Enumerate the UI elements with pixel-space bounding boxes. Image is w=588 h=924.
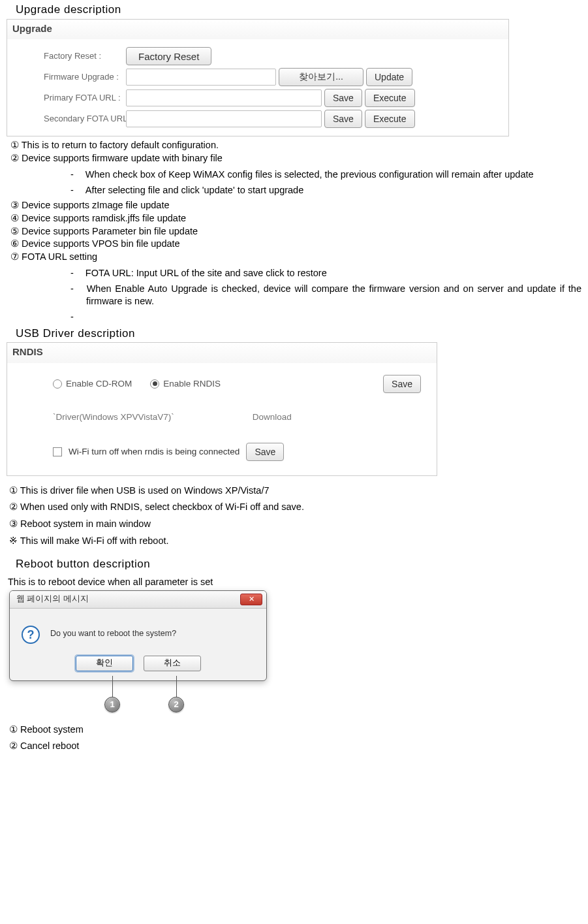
firmware-file-input[interactable] xyxy=(126,69,276,86)
upgrade-note-2: ② Device supports firmware update with b… xyxy=(10,152,581,165)
upgrade-note-7c xyxy=(70,310,581,325)
dialog-title: 웹 페이지의 메시지 xyxy=(16,594,89,605)
close-icon[interactable]: ✕ xyxy=(240,594,262,605)
reboot-notes: ① Reboot system ② Cancel reboot xyxy=(7,719,581,755)
browse-button[interactable]: 찾아보기... xyxy=(279,68,364,86)
primary-fota-input[interactable] xyxy=(126,89,322,106)
upgrade-note-6: ⑥ Device supports VPOS bin file update xyxy=(10,238,581,251)
wifi-off-label: Wi-Fi turn off when rndis is being conne… xyxy=(69,446,240,458)
secondary-fota-label: Secondary FOTA URL : xyxy=(11,113,122,125)
callout-badge-2: 2 xyxy=(168,697,184,712)
upgrade-note-3: ③ Device supports zImage file update xyxy=(10,199,581,212)
enable-cdrom-label: Enable CD-ROM xyxy=(66,378,132,390)
callout-badge-1: 1 xyxy=(104,697,120,712)
upgrade-note-7: ⑦ FOTA URL setting xyxy=(10,251,581,264)
upgrade-note-7a: FOTA URL: Input URL of the site and save… xyxy=(70,266,581,281)
primary-fota-execute-button[interactable]: Execute xyxy=(365,89,415,107)
radio-icon xyxy=(53,379,62,389)
usb-note-1: ① This is driver file when USB is used o… xyxy=(9,483,581,500)
upgrade-note-4: ④ Device supports ramdisk.jffs file upda… xyxy=(10,212,581,225)
driver-label: `Driver(Windows XPVVistaV7)` xyxy=(53,411,174,423)
reboot-note-1: ① Reboot system xyxy=(9,722,581,739)
rndis-panel: RNDIS Enable CD-ROM Enable RNDIS Save `D… xyxy=(7,342,437,475)
section-title-reboot: Reboot button description xyxy=(7,557,581,573)
dialog-message: Do you want to reboot the system? xyxy=(50,626,176,639)
secondary-fota-execute-button[interactable]: Execute xyxy=(365,110,415,128)
download-link[interactable]: Download xyxy=(253,411,292,423)
radio-icon xyxy=(150,379,159,389)
enable-cdrom-radio[interactable]: Enable CD-ROM xyxy=(53,378,132,390)
rndis-save-button[interactable]: Save xyxy=(383,375,421,393)
primary-fota-save-button[interactable]: Save xyxy=(324,89,362,107)
upgrade-note-1: ① This is to return to factory default c… xyxy=(10,139,581,152)
firmware-upgrade-label: Firmware Upgrade : xyxy=(11,71,122,83)
dialog-cancel-button[interactable]: 취소 xyxy=(144,656,201,671)
upgrade-note-7b: When Enable Auto Upgrade is checked, dev… xyxy=(70,281,581,310)
reboot-dialog: 웹 페이지의 메시지 ✕ ? Do you want to reboot the… xyxy=(9,590,267,681)
wifi-off-checkbox[interactable] xyxy=(53,447,62,456)
enable-rndis-label: Enable RNDIS xyxy=(163,378,221,390)
section-title-upgrade: Upgrade description xyxy=(7,3,581,19)
dialog-callouts: 1 2 xyxy=(9,681,267,714)
secondary-fota-save-button[interactable]: Save xyxy=(324,110,362,128)
wifi-off-save-button[interactable]: Save xyxy=(246,443,284,461)
usb-notes: ① This is driver file when USB is used o… xyxy=(7,480,581,549)
dialog-ok-button[interactable]: 확인 xyxy=(76,656,133,671)
upgrade-panel-heading: Upgrade xyxy=(7,20,508,39)
usb-note-3: ③ Reboot system in main window xyxy=(9,516,581,533)
reboot-intro: This is to reboot device when all parame… xyxy=(7,573,581,589)
usb-note-4: ※ This will make Wi-Fi off with reboot. xyxy=(9,533,581,550)
upgrade-note-5: ⑤ Device supports Parameter bin file upd… xyxy=(10,225,581,238)
primary-fota-label: Primary FOTA URL : xyxy=(11,92,122,104)
usb-note-2: ② When used only with RNDIS, select chec… xyxy=(9,499,581,516)
secondary-fota-input[interactable] xyxy=(126,110,322,127)
rndis-panel-heading: RNDIS xyxy=(7,343,437,362)
factory-reset-button[interactable]: Factory Reset xyxy=(126,47,211,65)
factory-reset-label: Factory Reset : xyxy=(11,50,122,62)
update-button[interactable]: Update xyxy=(366,68,412,86)
enable-rndis-radio[interactable]: Enable RNDIS xyxy=(150,378,221,390)
section-title-usb: USB Driver description xyxy=(7,327,581,343)
upgrade-notes: ① This is to return to factory default c… xyxy=(7,138,581,326)
reboot-note-2: ② Cancel reboot xyxy=(9,738,581,755)
upgrade-panel: Upgrade Factory Reset : Factory Reset Fi… xyxy=(7,19,509,136)
question-icon: ? xyxy=(22,626,40,644)
upgrade-note-2a: When check box of Keep WiMAX config file… xyxy=(70,167,581,183)
upgrade-note-2b: After selecting file and click 'update' … xyxy=(70,183,581,199)
